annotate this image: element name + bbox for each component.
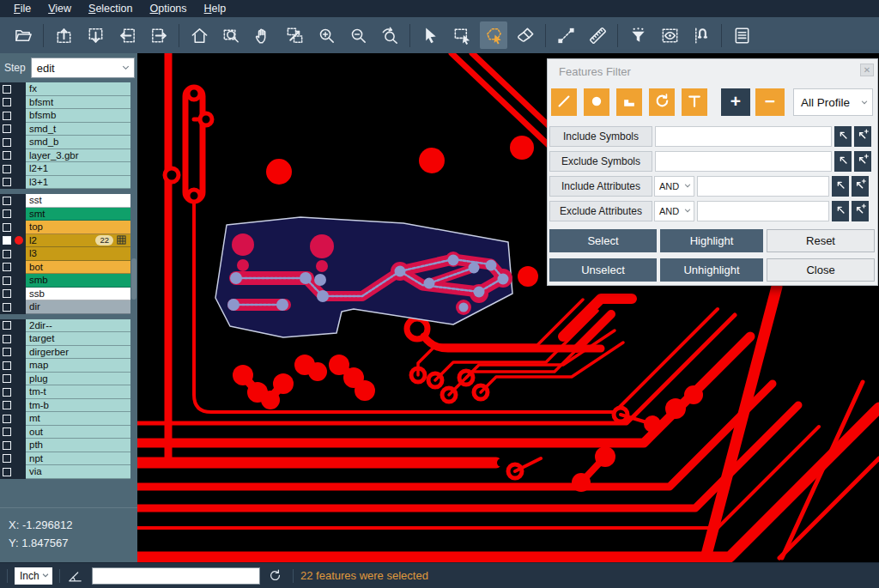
layer-name[interactable]: smt xyxy=(26,208,130,221)
select-polygon-button[interactable] xyxy=(480,21,507,49)
layer-name[interactable]: smd_t xyxy=(26,123,130,136)
line-filter-button[interactable] xyxy=(551,88,577,116)
profile-select[interactable]: All Profile xyxy=(793,88,873,116)
layer-checkbox[interactable] xyxy=(3,374,11,383)
layer-name[interactable]: l222 xyxy=(26,234,130,248)
measure-ruler-button[interactable] xyxy=(584,21,611,49)
layer-checkbox[interactable] xyxy=(3,223,11,232)
dialog-close-button[interactable]: ✕ xyxy=(860,64,874,76)
layer-row-mt[interactable]: mt xyxy=(0,412,130,426)
layer-checkbox[interactable] xyxy=(3,289,11,298)
screen-pick-add-button[interactable] xyxy=(852,176,869,197)
layer-row-plug[interactable]: plug xyxy=(0,373,130,386)
view-options-button[interactable] xyxy=(656,21,683,49)
layer-name[interactable]: layer_3.gbr xyxy=(26,149,130,163)
layer-checkbox[interactable] xyxy=(3,209,11,218)
select-arrow-button[interactable] xyxy=(416,21,444,49)
layer-checkbox[interactable] xyxy=(3,250,11,258)
measure-distance-button[interactable] xyxy=(552,21,579,49)
layer-name[interactable]: dirgerber xyxy=(26,346,130,360)
layer-checkbox[interactable] xyxy=(3,427,11,436)
zoom-out-button[interactable] xyxy=(344,21,372,49)
layer-checkbox[interactable] xyxy=(3,178,11,186)
layer-row-bfsmt[interactable]: bfsmt xyxy=(0,96,130,110)
layer-name[interactable]: map xyxy=(26,359,130,373)
layer-name[interactable]: plug xyxy=(26,373,130,386)
screen-pick-button[interactable] xyxy=(834,151,852,172)
include-symbols-button[interactable]: Include Symbols xyxy=(549,126,652,147)
open-file-button[interactable] xyxy=(9,21,37,49)
clear-brush-button[interactable] xyxy=(512,21,539,49)
pan-up-button[interactable] xyxy=(50,21,77,49)
layer-row-tm-t[interactable]: tm-t xyxy=(0,385,130,399)
layer-checkbox[interactable] xyxy=(3,151,11,160)
layer-row-l3[interactable]: l3 xyxy=(0,247,130,261)
layer-name[interactable]: npt xyxy=(26,452,130,466)
exclude-symbols-input[interactable] xyxy=(655,151,832,172)
pan-right-button[interactable] xyxy=(145,21,173,49)
layer-checkbox[interactable] xyxy=(3,98,11,106)
layer-name[interactable]: smb xyxy=(26,274,130,288)
unhighlight-button[interactable]: Unhighlight xyxy=(660,258,763,282)
layer-row-dir[interactable]: dir xyxy=(0,300,130,314)
highlight-button[interactable]: Highlight xyxy=(660,229,763,252)
layer-checkbox[interactable] xyxy=(3,321,11,330)
refresh-icon[interactable] xyxy=(268,568,282,583)
screen-pick-button[interactable] xyxy=(832,176,849,197)
layer-checkbox[interactable] xyxy=(3,361,11,370)
reset-button[interactable]: Reset xyxy=(767,229,875,252)
layer-checkbox[interactable] xyxy=(3,276,11,285)
pad-filter-button[interactable] xyxy=(584,88,609,116)
layer-row-tm-b[interactable]: tm-b xyxy=(0,399,130,413)
layer-row-fx[interactable]: fx xyxy=(0,82,130,96)
layer-row-smb[interactable]: smb xyxy=(0,274,130,288)
pan-down-button[interactable] xyxy=(82,21,109,49)
layer-checkbox[interactable] xyxy=(3,236,11,245)
layer-row-map[interactable]: map xyxy=(0,359,130,373)
layer-row-npt[interactable]: npt xyxy=(0,452,130,466)
menu-help[interactable]: Help xyxy=(196,0,235,17)
layer-row-target[interactable]: target xyxy=(0,332,130,346)
layer-name[interactable]: smd_b xyxy=(26,136,130,149)
exclude-attributes-operator[interactable]: AND xyxy=(654,201,694,221)
layer-row-l2+1[interactable]: l2+1 xyxy=(0,162,130,176)
layer-name[interactable]: sst xyxy=(26,194,130,208)
exclude-symbols-button[interactable]: Exclude Symbols xyxy=(549,151,652,172)
layer-checkbox[interactable] xyxy=(3,441,11,450)
layer-row-top[interactable]: top xyxy=(0,221,130,234)
layer-name[interactable]: ssb xyxy=(26,288,130,301)
menu-file[interactable]: File xyxy=(5,0,39,17)
close-button[interactable]: Close xyxy=(767,258,875,282)
layer-row-via[interactable]: via xyxy=(0,465,130,479)
features-filter-button[interactable] xyxy=(624,21,652,49)
layer-checkbox[interactable] xyxy=(3,124,11,133)
layer-name[interactable]: pth xyxy=(26,439,130,452)
command-input[interactable] xyxy=(92,567,260,585)
exclude-attributes-button[interactable]: Exclude Attributes xyxy=(549,201,652,221)
feature-histogram-icon[interactable] xyxy=(117,235,126,245)
layer-row-pth[interactable]: pth xyxy=(0,439,130,452)
add-filter-button[interactable]: + xyxy=(721,88,750,116)
snap-magnet-button[interactable] xyxy=(688,21,715,49)
screen-pick-add-button[interactable] xyxy=(854,151,871,172)
layer-name[interactable]: l3 xyxy=(26,247,130,261)
layer-checkbox[interactable] xyxy=(3,401,11,409)
layer-checkbox[interactable] xyxy=(3,263,11,271)
zoom-in-button[interactable] xyxy=(312,21,340,49)
layer-row-sst[interactable]: sst xyxy=(0,194,130,208)
unselect-button[interactable]: Unselect xyxy=(549,258,657,282)
layer-name[interactable]: dir xyxy=(26,300,130,314)
menu-view[interactable]: View xyxy=(39,0,80,17)
layer-name[interactable]: fx xyxy=(26,82,130,96)
layer-row-l2[interactable]: l222 xyxy=(0,234,130,248)
layer-checkbox[interactable] xyxy=(3,197,11,205)
layer-row-bot[interactable]: bot xyxy=(0,261,130,275)
layer-row-layer_3.gbr[interactable]: layer_3.gbr xyxy=(0,149,130,163)
remove-filter-button[interactable]: − xyxy=(755,88,785,116)
arc-filter-button[interactable] xyxy=(649,88,675,116)
text-filter-button[interactable] xyxy=(682,88,707,116)
layer-name[interactable]: out xyxy=(26,426,130,439)
layer-name[interactable]: bfsmt xyxy=(26,96,130,110)
select-button[interactable]: Select xyxy=(549,229,657,252)
layer-checkbox[interactable] xyxy=(3,388,11,397)
